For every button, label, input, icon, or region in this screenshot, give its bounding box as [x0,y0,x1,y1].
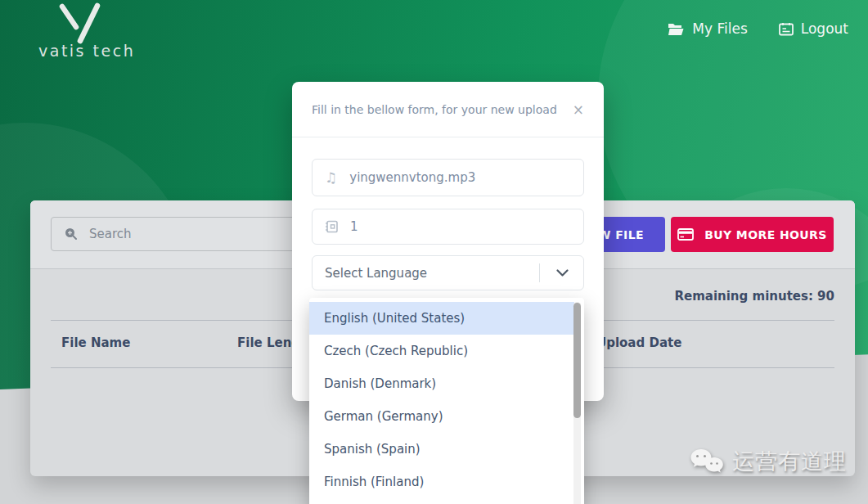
file-name-field-wrap: ♫ [312,159,584,196]
speakers-input[interactable] [350,219,555,234]
select-divider [539,263,540,282]
language-option[interactable]: Czech (Czech Republic) [309,335,574,367]
language-dropdown-list: English (United States) Czech (Czech Rep… [309,298,584,504]
close-icon[interactable]: × [573,101,584,118]
language-select[interactable]: Select Language [312,255,584,290]
logo-v-icon [56,2,124,45]
column-header-upload-date: Upload Date [596,335,681,350]
language-option-label: English (United States) [324,311,465,326]
logo-text: vatis tech [38,42,135,60]
file-name-input[interactable] [349,170,554,185]
nav-logout-label: Logout [801,20,848,37]
speakers-field-wrap [312,209,584,245]
watermark: 运营有道理 [690,447,847,476]
buy-more-hours-button[interactable]: BUY MORE HOURS [671,217,834,252]
buy-more-hours-label: BUY MORE HOURS [704,228,827,241]
watermark-text: 运营有道理 [732,447,847,476]
language-option[interactable]: Finnish (Finland) [309,466,574,498]
language-option[interactable]: Spanish (Spain) [309,433,574,466]
music-note-icon: ♫ [325,169,337,186]
vatis-tech-logo: vatis tech [37,2,168,65]
search-icon [65,227,78,241]
language-option[interactable]: English (United States) [309,302,574,335]
language-option-label: Danish (Denmark) [324,376,436,391]
badge-icon [779,22,794,36]
language-option-label: Spanish (Spain) [324,442,421,457]
chevron-down-icon [556,269,569,277]
language-option-label: Czech (Czech Republic) [324,344,468,358]
wechat-icon [690,448,724,475]
language-select-placeholder: Select Language [325,266,427,281]
dropdown-scrollbar-thumb[interactable] [573,303,581,418]
language-option-label: German (Germany) [324,409,443,424]
language-option-label: Finnish (Finland) [324,475,424,489]
nav-logout[interactable]: Logout [779,20,848,37]
language-option[interactable]: German (Germany) [309,400,574,433]
column-header-file-name: File Name [61,335,130,350]
language-option[interactable]: Danish (Denmark) [309,367,574,400]
top-navigation: My Files Logout [668,20,848,37]
modal-header: Fill in the bellow form, for your new up… [292,82,604,137]
notebook-icon [325,220,338,233]
credit-card-icon [677,228,694,241]
modal-title: Fill in the bellow form, for your new up… [312,103,557,116]
nav-my-files[interactable]: My Files [668,20,747,37]
folder-icon [668,22,685,36]
nav-my-files-label: My Files [692,20,747,37]
remaining-minutes: Remaining minutes: 90 [674,289,834,304]
